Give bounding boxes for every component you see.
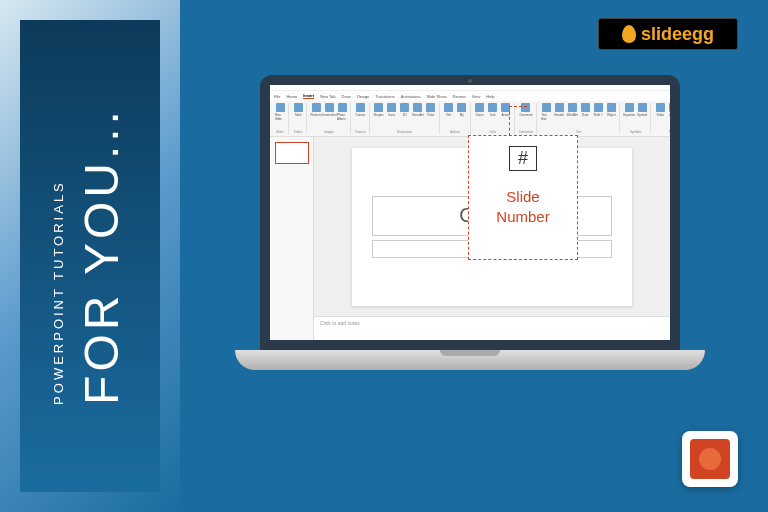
- ribbon-icon: [426, 103, 435, 112]
- tab-home[interactable]: Home: [286, 94, 297, 99]
- tab-view[interactable]: View: [472, 94, 481, 99]
- ribbon-group-label: Symbols: [630, 130, 642, 134]
- ribbon-icon: [413, 103, 422, 112]
- ribbon-button[interactable]: Screenshot: [324, 103, 334, 125]
- ribbon-group-label: Slides: [276, 130, 284, 134]
- sidebar-text: POWERPOINT TUTORIALS FOR YOU...: [51, 107, 129, 405]
- ribbon-group: GetMyAdd-ins: [441, 103, 471, 134]
- ribbon-icon: [338, 103, 347, 112]
- ribbon-icon: [669, 103, 670, 112]
- ribbon-group-label: Text: [576, 130, 582, 134]
- ribbon-icon: [555, 103, 564, 112]
- ribbon-icon: [607, 103, 616, 112]
- ribbon-icon: [400, 103, 409, 112]
- ribbon-button[interactable]: Pictures: [311, 103, 321, 125]
- powerpoint-app-icon: [682, 431, 738, 487]
- ribbon-button[interactable]: WordArt: [567, 103, 577, 125]
- ribbon-button[interactable]: Symbol: [637, 103, 647, 125]
- ribbon-button[interactable]: Table: [293, 103, 303, 125]
- ribbon-icon: [374, 103, 383, 112]
- ribbon-button[interactable]: Header: [554, 103, 564, 125]
- ribbon-icon: [312, 103, 321, 112]
- ribbon-group-label: Camera: [355, 130, 366, 134]
- camera-icon: [468, 79, 472, 83]
- callout-box: # SlideNumber: [468, 135, 578, 260]
- ribbon-button[interactable]: New Slide: [275, 103, 285, 125]
- slide-thumbnail[interactable]: [275, 142, 309, 164]
- ribbon-button[interactable]: Chart: [426, 103, 436, 125]
- pp-icon-inner: [690, 439, 730, 479]
- ribbon-group-label: Media: [669, 130, 670, 134]
- ribbon-group-label: Images: [324, 130, 334, 134]
- ribbon-group: New SlideSlides: [272, 103, 289, 134]
- ribbon-button[interactable]: My: [457, 103, 467, 125]
- ribbon-button[interactable]: SmartArt: [413, 103, 423, 125]
- tab-review[interactable]: Review: [453, 94, 466, 99]
- callout-label: SlideNumber: [496, 187, 549, 226]
- brand-logo: slideegg: [598, 18, 738, 50]
- tab-draw[interactable]: Draw: [342, 94, 351, 99]
- ribbon-button[interactable]: Equation: [624, 103, 634, 125]
- ribbon-group: Text BoxHeaderWordArtDateSlide #ObjectTe…: [538, 103, 620, 134]
- tab-transitions[interactable]: Transitions: [375, 94, 394, 99]
- sidebar-big-text: FOR YOU...: [74, 107, 129, 405]
- tab-newtab[interactable]: New Tab: [320, 94, 336, 99]
- ribbon-icon: [444, 103, 453, 112]
- egg-icon: [622, 25, 636, 43]
- slide-number-icon: #: [509, 146, 537, 171]
- ribbon-group: CameoCamera: [352, 103, 370, 134]
- ribbon-icon: [488, 103, 497, 112]
- ribbon-icon: [656, 103, 665, 112]
- ribbon-button[interactable]: Photo Album: [337, 103, 347, 125]
- ribbon-group: PicturesScreenshotPhoto AlbumImages: [308, 103, 351, 134]
- ribbon-icon: [457, 103, 466, 112]
- pp-circle-icon: [699, 448, 721, 470]
- sidebar-small-text: POWERPOINT TUTORIALS: [51, 107, 66, 405]
- ribbon-group-label: Illustrations: [397, 130, 412, 134]
- ribbon-button[interactable]: Object: [606, 103, 616, 125]
- ribbon-button[interactable]: Slide #: [593, 103, 603, 125]
- brand-text: slideegg: [641, 24, 714, 45]
- notes-pane[interactable]: Click to add notes: [314, 316, 670, 340]
- ribbon-button[interactable]: 3D: [400, 103, 410, 125]
- ribbon-group: VideoAudioScreenMedia: [652, 103, 670, 134]
- ribbon-group: ShapesIcons3DSmartArtChartIllustrations: [371, 103, 440, 134]
- ribbon-icon: [356, 103, 365, 112]
- ribbon-button[interactable]: Get: [444, 103, 454, 125]
- promo-sidebar: POWERPOINT TUTORIALS FOR YOU...: [0, 0, 180, 512]
- ribbon-icon: [594, 103, 603, 112]
- ribbon-button[interactable]: Shapes: [374, 103, 384, 125]
- ribbon-toolbar: New SlideSlidesTableTablesPicturesScreen…: [270, 101, 670, 137]
- ribbon-icon: [475, 103, 484, 112]
- ribbon-icon: [568, 103, 577, 112]
- ribbon-button[interactable]: Date: [580, 103, 590, 125]
- ribbon-icon: [294, 103, 303, 112]
- tab-animations[interactable]: Animations: [401, 94, 421, 99]
- callout-pointer: [509, 106, 549, 136]
- ribbon-button[interactable]: Zoom: [475, 103, 485, 125]
- ribbon-button[interactable]: Audio: [668, 103, 670, 125]
- tab-slideshow[interactable]: Slide Show: [427, 94, 447, 99]
- ribbon-button[interactable]: Video: [655, 103, 665, 125]
- ribbon-group-label: Tables: [294, 130, 303, 134]
- tab-file[interactable]: File: [274, 94, 280, 99]
- ribbon-icon: [638, 103, 647, 112]
- thumbnail-panel: [270, 137, 314, 340]
- ribbon-group-label: Links: [489, 130, 496, 134]
- ribbon-button[interactable]: Cameo: [355, 103, 365, 125]
- tab-insert[interactable]: Insert: [303, 93, 314, 99]
- laptop-base: [235, 350, 705, 370]
- ribbon-icon: [581, 103, 590, 112]
- sidebar-panel: POWERPOINT TUTORIALS FOR YOU...: [20, 20, 160, 492]
- ribbon-tabs: File Home Insert New Tab Draw Design Tra…: [270, 91, 670, 101]
- ribbon-button[interactable]: Link: [488, 103, 498, 125]
- tab-help[interactable]: Help: [486, 94, 494, 99]
- ribbon-icon: [625, 103, 634, 112]
- ribbon-button[interactable]: Icons: [387, 103, 397, 125]
- ribbon-group: EquationSymbolSymbols: [621, 103, 651, 134]
- tab-design[interactable]: Design: [357, 94, 369, 99]
- ribbon-group-label: Add-ins: [450, 130, 460, 134]
- ribbon-group: TableTables: [290, 103, 307, 134]
- ribbon-icon: [325, 103, 334, 112]
- ribbon-icon: [276, 103, 285, 112]
